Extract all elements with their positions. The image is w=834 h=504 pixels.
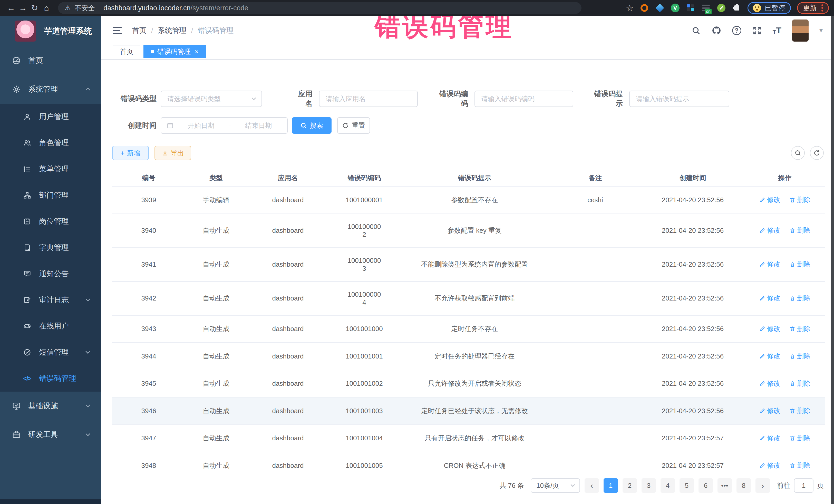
refresh-icon[interactable]: [810, 146, 824, 160]
edit-link[interactable]: 修改: [759, 195, 781, 204]
sidebar-item-departments[interactable]: 部门管理: [0, 182, 101, 209]
error-code-input[interactable]: [475, 91, 573, 107]
show-search-icon[interactable]: [791, 146, 805, 160]
help-icon[interactable]: ?: [732, 26, 741, 35]
tab-error-code[interactable]: 错误码管理 ×: [144, 45, 206, 58]
forward-icon[interactable]: →: [17, 3, 29, 13]
next-page-button[interactable]: ›: [755, 478, 770, 493]
scrollbar[interactable]: [831, 16, 834, 504]
app-logo[interactable]: 芋道管理系统: [0, 16, 101, 46]
delete-link[interactable]: 删除: [789, 324, 810, 333]
font-size-icon[interactable]: TT: [773, 25, 782, 36]
sidebar-item-dictionary[interactable]: 字典管理: [0, 235, 101, 261]
export-button[interactable]: 导出: [154, 146, 191, 160]
sidebar-item-roles[interactable]: 角色管理: [0, 130, 101, 156]
edit-link[interactable]: 修改: [759, 434, 781, 443]
extension-icon-vue[interactable]: V: [671, 3, 680, 13]
tab-home[interactable]: 首页: [113, 45, 140, 58]
delete-link[interactable]: 删除: [789, 434, 810, 443]
browser-update-button[interactable]: 更新: [797, 2, 829, 14]
address-bar[interactable]: ⚠ 不安全 dashboard.yudao.iocoder.cn/system/…: [58, 2, 581, 14]
extensions-puzzle-icon[interactable]: [732, 3, 741, 13]
delete-link[interactable]: 删除: [789, 260, 810, 269]
page-button[interactable]: 6: [699, 478, 713, 493]
error-type-select[interactable]: 请选择错误码类型: [161, 91, 262, 107]
page-button[interactable]: 3: [641, 478, 656, 493]
extension-icon-gem[interactable]: [655, 3, 664, 13]
profile-paused-badge[interactable]: 已暂停: [748, 2, 791, 14]
bookmark-star-icon[interactable]: ☆: [626, 3, 634, 13]
page-button[interactable]: 8: [737, 478, 751, 493]
sidebar-item-infrastructure[interactable]: 基础设施: [0, 392, 101, 420]
sidebar-item-audit-log[interactable]: 审计日志: [0, 287, 101, 313]
reload-icon[interactable]: ↻: [29, 3, 41, 13]
cell-code: 1001001000: [329, 315, 399, 343]
sidebar-item-sms[interactable]: 短信管理: [0, 339, 101, 366]
sidebar-item-online-users[interactable]: 在线用户: [0, 313, 101, 339]
sidebar-item-announcements[interactable]: 通知公告: [0, 261, 101, 287]
column-header-remark: 备注: [550, 170, 641, 186]
error-hint-input[interactable]: [630, 91, 729, 107]
fullscreen-icon[interactable]: [752, 26, 762, 36]
page-size-select[interactable]: 10条/页: [531, 478, 580, 493]
sidebar-item-dev-tools[interactable]: 研发工具: [0, 420, 101, 449]
edit-link[interactable]: 修改: [759, 260, 781, 269]
delete-link[interactable]: 删除: [789, 461, 810, 470]
sidebar-item-system[interactable]: 系统管理: [0, 75, 101, 104]
avatar[interactable]: [792, 20, 809, 42]
delete-link[interactable]: 删除: [789, 195, 810, 204]
caret-down-icon[interactable]: ▾: [819, 26, 823, 35]
extension-icon-grid[interactable]: [686, 3, 695, 13]
extension-icon-key[interactable]: [717, 3, 726, 13]
search-icon[interactable]: [691, 26, 701, 36]
extension-icon-orange[interactable]: [640, 3, 649, 13]
sidebar-item-home[interactable]: 首页: [0, 46, 101, 75]
delete-link[interactable]: 删除: [789, 406, 810, 415]
edit-link[interactable]: 修改: [759, 324, 781, 333]
close-icon[interactable]: ×: [195, 48, 199, 56]
edit-link[interactable]: 修改: [759, 352, 781, 360]
edit-link[interactable]: 修改: [759, 406, 781, 415]
sidebar-item-users[interactable]: 用户管理: [0, 104, 101, 130]
home-icon[interactable]: ⌂: [41, 3, 52, 13]
sidebar-item-menus[interactable]: 菜单管理: [0, 156, 101, 182]
page-button[interactable]: 5: [680, 478, 694, 493]
edit-link[interactable]: 修改: [759, 293, 781, 303]
search-button[interactable]: 搜索: [292, 117, 332, 134]
page-button[interactable]: 1: [603, 478, 618, 493]
cell-app: dashboard: [247, 425, 329, 452]
tabs-bar: 首页 错误码管理 ×: [101, 45, 834, 60]
breadcrumb-home[interactable]: 首页: [132, 26, 147, 36]
github-icon[interactable]: [711, 26, 721, 36]
cell-id: 3944: [112, 343, 185, 370]
page-button[interactable]: 4: [660, 478, 675, 493]
edit-link[interactable]: 修改: [759, 461, 781, 470]
prev-page-button[interactable]: ‹: [585, 478, 599, 493]
chevron-down-icon: [85, 403, 90, 407]
delete-link[interactable]: 删除: [789, 352, 810, 360]
page-button[interactable]: 2: [622, 478, 637, 493]
sidebar-item-error-code[interactable]: </> 错误码管理: [0, 366, 101, 392]
kebab-menu-icon[interactable]: [821, 4, 823, 12]
plus-icon: +: [120, 149, 125, 157]
app-name-input[interactable]: [320, 91, 417, 107]
pagination: 共 76 条 10条/页 ‹ 123456•••8 › 前往 页: [500, 478, 824, 493]
chevron-down-icon: [85, 431, 90, 436]
hamburger-icon[interactable]: [113, 27, 122, 34]
sidebar-item-posts[interactable]: 岗位管理: [0, 209, 101, 235]
delete-link[interactable]: 删除: [789, 379, 810, 388]
cell-id: 3947: [112, 425, 185, 452]
page-more-button[interactable]: •••: [718, 478, 732, 493]
extension-icon-switch[interactable]: on: [701, 3, 710, 13]
delete-link[interactable]: 删除: [789, 293, 810, 303]
goto-page-input[interactable]: [794, 478, 813, 493]
delete-link[interactable]: 删除: [789, 226, 810, 235]
back-icon[interactable]: ←: [5, 3, 17, 13]
edit-link[interactable]: 修改: [759, 226, 781, 235]
sidebar-collapse-bar[interactable]: [0, 499, 101, 504]
add-button[interactable]: + 新增: [112, 146, 149, 160]
edit-link[interactable]: 修改: [759, 379, 781, 388]
date-range-picker[interactable]: 开始日期 - 结束日期: [161, 117, 288, 134]
reset-button[interactable]: 重置: [337, 117, 370, 134]
breadcrumb-system[interactable]: 系统管理: [158, 26, 186, 36]
